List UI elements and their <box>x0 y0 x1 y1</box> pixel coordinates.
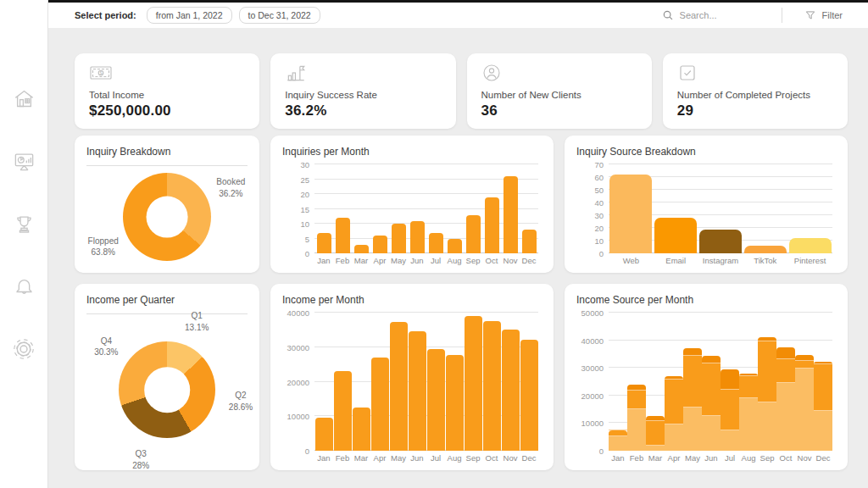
bar-slot <box>482 313 501 451</box>
sidebar-item-dashboard[interactable] <box>10 147 37 175</box>
date-to-button[interactable]: to Dec 31, 2022 <box>239 7 320 24</box>
kpi-inquiry-success-rate: Inquiry Success Rate 36.2% <box>270 53 455 129</box>
bar-segment <box>795 355 814 361</box>
y-tick-label: 10000 <box>576 419 604 428</box>
y-tick-label: 5 <box>282 234 309 243</box>
stacked-bar <box>627 313 646 451</box>
y-tick-label: 10 <box>576 236 604 246</box>
bar-slot <box>665 313 683 451</box>
bar <box>502 330 520 451</box>
bar-slot <box>501 313 520 451</box>
x-tick-label: Oct <box>482 256 501 265</box>
stacked-bar <box>814 313 832 451</box>
y-tick-label: 10000 <box>282 412 309 421</box>
x-tick-label: Web <box>609 256 654 265</box>
bar-segment <box>665 380 683 424</box>
y-tick-label: 0 <box>576 446 604 456</box>
sidebar-item-notifications[interactable] <box>10 273 37 300</box>
x-tick-label: May <box>389 256 408 265</box>
sidebar-item-achievements[interactable] <box>10 210 37 237</box>
home-icon <box>13 87 36 110</box>
bar-slot <box>795 313 814 451</box>
bar-slot <box>333 164 352 253</box>
bar-slot <box>314 313 333 451</box>
pie-label: Booked36.2% <box>216 176 245 199</box>
x-tick-label: Jan <box>314 453 333 463</box>
bar-segment <box>627 385 646 391</box>
bar-slot <box>698 164 743 253</box>
x-tick-label: Jun <box>702 453 721 463</box>
donut-hole <box>147 197 188 238</box>
x-tick-label: Oct <box>482 453 501 463</box>
x-tick-label: TikTok <box>743 256 787 265</box>
y-tick-label: 0 <box>282 446 309 456</box>
filter-icon <box>804 9 816 21</box>
bar-segment <box>665 424 683 451</box>
bar-segment <box>758 341 776 402</box>
bar-segment <box>702 356 721 363</box>
inquiry-source-breakdown-card: Inquiry Source Breakdown 010203040506070… <box>565 136 848 273</box>
bar <box>699 230 742 254</box>
donut-hole <box>144 367 190 413</box>
x-tick-label: Jul <box>426 256 445 265</box>
trophy-icon <box>13 213 36 236</box>
chart-title: Inquiry Breakdown <box>86 146 248 158</box>
date-from-button[interactable]: from Jan 1, 2022 <box>147 7 232 24</box>
bar <box>446 355 464 451</box>
bar <box>744 246 787 253</box>
svg-text:$: $ <box>99 70 102 75</box>
x-tick-label: Jun <box>408 256 426 265</box>
bar-slot <box>776 313 795 451</box>
stacked-bar <box>721 313 739 451</box>
bar <box>390 322 408 451</box>
banknote-icon: $ <box>89 63 113 83</box>
chart-title: Inquiries per Month <box>282 146 542 158</box>
pie-label: Q113.1% <box>185 310 209 333</box>
x-tick-label: Jan <box>314 256 333 265</box>
y-tick-label: 0 <box>576 249 604 258</box>
chart-title: Income per Month <box>282 294 542 306</box>
bar-slot <box>739 313 758 451</box>
bar-slot <box>314 164 333 253</box>
filter-button[interactable]: Filter <box>804 9 843 21</box>
sidebar-item-settings[interactable] <box>10 336 37 363</box>
stacked-bar <box>795 313 814 451</box>
topbar: Select period: from Jan 1, 2022 to Dec 3… <box>48 0 868 28</box>
x-tick-label: Aug <box>445 453 464 463</box>
income-per-month-card: Income per Month 010000200003000040000 J… <box>270 284 554 470</box>
sidebar-item-home[interactable] <box>10 85 37 112</box>
x-tick-label: Mar <box>352 453 370 463</box>
bar <box>485 197 499 254</box>
bar <box>354 245 369 254</box>
bar-slot <box>758 313 776 451</box>
y-tick-label: 50000 <box>576 308 604 318</box>
bar-slot <box>814 313 832 451</box>
kpi-total-income: $ Total Income $250,000.00 <box>75 53 259 129</box>
chart-title: Income Source per Month <box>576 294 836 306</box>
main-area: Select period: from Jan 1, 2022 to Dec 3… <box>48 0 868 488</box>
inquiries-per-month-card: Inquiries per Month 051015202530 JanFebM… <box>270 136 554 273</box>
bar-slot <box>702 313 721 451</box>
bar <box>371 358 389 451</box>
bar <box>609 175 652 253</box>
kpi-completed-projects: Number of Completed Projects 29 <box>663 53 848 129</box>
bell-icon <box>13 275 36 298</box>
bar-segment <box>776 383 795 451</box>
kpi-label: Number of New Clients <box>481 90 637 100</box>
y-tick-label: 40000 <box>576 336 604 345</box>
y-tick-label: 60 <box>576 173 604 182</box>
y-tick-label: 20 <box>576 224 604 233</box>
bar-slot <box>352 164 370 253</box>
bar-slot <box>426 313 445 451</box>
bar-segment <box>683 408 702 451</box>
search-input[interactable] <box>680 10 773 20</box>
stacked-bar <box>609 313 627 451</box>
stacked-bar <box>739 313 758 451</box>
bar-slot <box>646 313 665 451</box>
sidebar <box>0 0 48 488</box>
filter-label: Filter <box>822 10 843 20</box>
bar <box>334 371 352 451</box>
bar-segment <box>721 390 739 430</box>
x-tick-label: Apr <box>370 256 389 265</box>
y-tick-label: 30 <box>576 211 604 220</box>
